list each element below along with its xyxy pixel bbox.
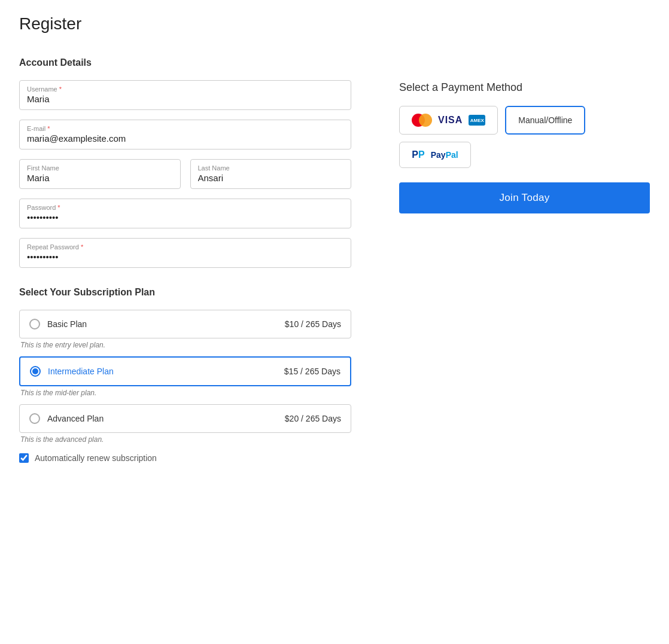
subscription-section-title: Select Your Subscription Plan: [19, 287, 351, 298]
payment-title: Select a Payment Method: [399, 81, 650, 94]
name-row: First Name Last Name: [19, 159, 351, 189]
plan-basic-desc: This is the entry level plan.: [20, 341, 351, 349]
username-field-wrapper: Username *: [19, 80, 351, 110]
username-input[interactable]: [27, 94, 343, 104]
last-name-field-group: Last Name: [190, 159, 352, 189]
repeat-password-field-wrapper: Repeat Password *: [19, 238, 351, 268]
payment-card-option[interactable]: VISA AMEX: [399, 106, 498, 135]
plan-intermediate-radio: [30, 366, 41, 377]
email-field-wrapper: E-mail *: [19, 120, 351, 149]
plan-advanced-price: $20 / 265 Days: [285, 414, 341, 423]
repeat-password-label: Repeat Password *: [27, 243, 343, 251]
password-input[interactable]: [27, 212, 343, 222]
plan-basic-label: Basic Plan: [47, 319, 87, 329]
repeat-password-input[interactable]: [27, 252, 343, 262]
first-name-label: First Name: [27, 164, 173, 172]
paypal-label: PayPal: [431, 150, 458, 160]
payment-methods-group: VISA AMEX Manual/Offline PP PayPal: [399, 106, 650, 168]
visa-text: VISA: [438, 115, 463, 126]
plan-advanced-radio: [29, 413, 40, 424]
email-label: E-mail *: [27, 125, 343, 132]
plan-basic[interactable]: Basic Plan $10 / 265 Days: [19, 310, 351, 338]
mastercard-icon: [412, 114, 432, 127]
amex-icon: AMEX: [469, 115, 485, 126]
last-name-label: Last Name: [198, 164, 344, 172]
plan-basic-radio: [29, 319, 40, 329]
page-title: Register: [19, 14, 650, 33]
plan-advanced[interactable]: Advanced Plan $20 / 265 Days: [19, 404, 351, 433]
plan-advanced-label: Advanced Plan: [47, 414, 104, 423]
first-name-input[interactable]: [27, 173, 173, 183]
email-field-group: E-mail *: [19, 120, 351, 149]
payment-manual-label: Manual/Offline: [518, 115, 572, 125]
repeat-password-field-group: Repeat Password *: [19, 238, 351, 268]
password-field-group: Password *: [19, 199, 351, 228]
auto-renew-label[interactable]: Automatically renew subscription: [35, 453, 157, 463]
payment-manual-option[interactable]: Manual/Offline: [505, 106, 585, 135]
auto-renew-checkbox[interactable]: [19, 453, 29, 463]
auto-renew-wrapper: Automatically renew subscription: [19, 453, 351, 463]
first-name-field-group: First Name: [19, 159, 181, 189]
account-section-title: Account Details: [19, 57, 351, 68]
last-name-field-wrapper: Last Name: [190, 159, 352, 189]
password-label: Password *: [27, 204, 343, 211]
email-input[interactable]: [27, 133, 343, 144]
plan-intermediate[interactable]: Intermediate Plan $15 / 265 Days: [19, 356, 351, 386]
plan-intermediate-price: $15 / 265 Days: [284, 367, 340, 376]
password-field-wrapper: Password *: [19, 199, 351, 228]
payment-paypal-option[interactable]: PP PayPal: [399, 142, 471, 168]
paypal-icon: PP: [412, 149, 424, 160]
join-button[interactable]: Join Today: [399, 182, 650, 213]
plan-intermediate-label: Intermediate Plan: [48, 367, 114, 376]
plan-advanced-desc: This is the advanced plan.: [20, 435, 351, 444]
plan-intermediate-desc: This is the mid-tier plan.: [20, 389, 351, 397]
last-name-input[interactable]: [198, 173, 344, 183]
payment-section: Select a Payment Method VISA AMEX Manual…: [399, 57, 650, 213]
username-label: Username *: [27, 86, 343, 93]
plan-basic-price: $10 / 265 Days: [285, 319, 341, 329]
first-name-field-wrapper: First Name: [19, 159, 181, 189]
username-field-group: Username *: [19, 80, 351, 110]
